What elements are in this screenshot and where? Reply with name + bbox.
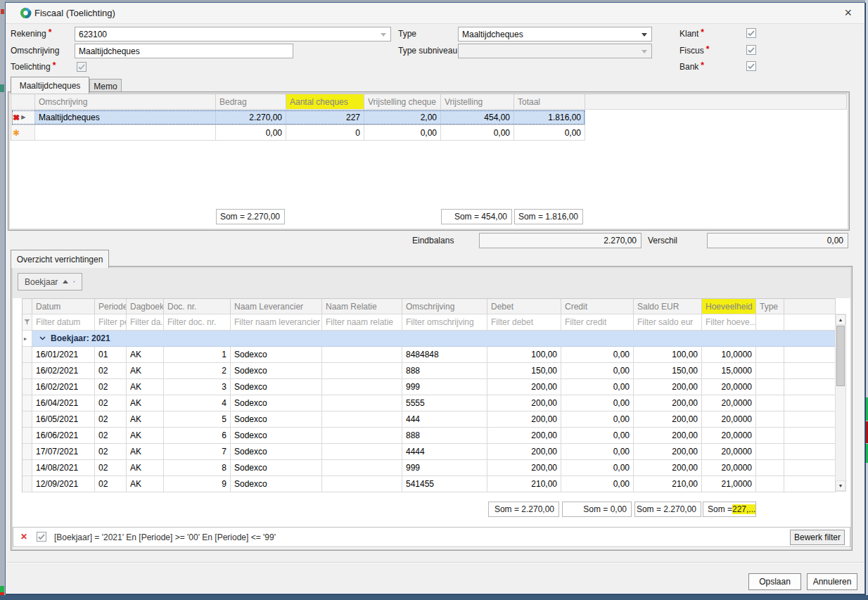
grid2-filter-cell[interactable]: Filter credit [561, 314, 634, 330]
grid2-cell[interactable]: 888 [402, 363, 487, 378]
grid2-cell[interactable] [322, 476, 402, 492]
grid2-cell[interactable]: 0,00 [561, 476, 634, 492]
grid2-cell[interactable]: Sodexco [231, 476, 322, 492]
grid2-cell[interactable]: 200,00 [487, 379, 561, 395]
vertical-scrollbar[interactable]: ▲ ▼ [835, 314, 846, 492]
grid2-filter-cell[interactable]: Filter datum [32, 314, 95, 330]
grid2-cell[interactable] [756, 379, 784, 395]
grid1-column-header[interactable]: Totaal [514, 94, 585, 109]
grid2-column-header[interactable]: Debet [487, 299, 561, 314]
grid2-filter-cell[interactable]: Filter hoeve... [702, 314, 756, 330]
grid1-cell[interactable]: 1.816,00 [514, 110, 585, 125]
grid2-cell[interactable] [322, 411, 402, 427]
grid2-cell[interactable]: 02 [95, 411, 127, 427]
grid2-cell[interactable]: Sodexco [231, 347, 322, 362]
omschrijving-input[interactable]: Maaltijdcheques [75, 44, 293, 58]
grid2-filter-cell[interactable]: Filter debet [487, 314, 561, 330]
grid2-cell[interactable]: 02 [95, 379, 127, 395]
grid1-cell[interactable]: 2,00 [364, 110, 441, 125]
grid2-filter-cell[interactable]: Filter omschrijving [402, 314, 487, 330]
grid2-cell[interactable]: Sodexco [231, 395, 322, 411]
grid1-cell[interactable]: 2.270,00 [216, 110, 286, 125]
grid2-cell[interactable]: 210,00 [487, 476, 561, 492]
table-row[interactable]: 16/04/202102AK4Sodexco5555200,000,00200,… [23, 395, 836, 411]
grid2-cell[interactable]: 200,00 [634, 428, 702, 443]
grid2-cell[interactable]: 4444 [402, 444, 487, 459]
group-row[interactable]: ▸Boekjaar: 2021 [23, 331, 836, 347]
chevron-down-icon[interactable] [39, 336, 46, 340]
grid2-cell[interactable]: 16/02/2021 [32, 379, 95, 395]
grid2-cell[interactable]: 888 [402, 428, 487, 443]
grid2-cell[interactable] [756, 395, 784, 411]
annuleren-button[interactable]: Annuleren [807, 573, 857, 590]
opslaan-button[interactable]: Opslaan [748, 573, 801, 590]
klant-checkbox[interactable] [746, 28, 756, 38]
grid1-column-header[interactable]: Vrijstelling cheque [364, 94, 441, 109]
grid2-cell[interactable]: 0,00 [561, 460, 634, 475]
grid1-cell[interactable]: 227 [286, 110, 364, 125]
grid2-cell[interactable] [322, 363, 402, 378]
table-row[interactable]: 16/05/202102AK5Sodexco444200,000,00200,0… [23, 411, 836, 428]
grid1-cell[interactable]: 0,00 [441, 125, 514, 140]
grid2-cell[interactable]: 200,00 [487, 460, 561, 475]
grid2-cell[interactable]: AK [127, 363, 164, 378]
grid2-cell[interactable]: 444 [402, 411, 487, 427]
grid2-cell[interactable] [756, 444, 784, 459]
chevron-down-icon[interactable] [381, 33, 386, 37]
grid2-cell[interactable] [756, 347, 784, 362]
grid2-cell[interactable]: 0,00 [561, 444, 634, 459]
grid2-cell[interactable]: 12/09/2021 [32, 476, 95, 492]
grid2-cell[interactable] [756, 411, 784, 427]
grid2-cell[interactable]: Sodexco [231, 411, 322, 427]
grid2-cell[interactable]: 20,0000 [702, 411, 756, 427]
grid2-cell[interactable]: AK [127, 428, 164, 443]
grid2-cell[interactable] [322, 428, 402, 443]
grid1-column-header[interactable]: Omschrijving [35, 94, 216, 109]
grid2-cell[interactable]: 02 [95, 476, 127, 492]
bank-checkbox[interactable] [746, 61, 756, 71]
grid2-cell[interactable]: 17/07/2021 [32, 444, 95, 459]
grid2-cell[interactable] [322, 347, 402, 362]
grid1-cell[interactable] [35, 125, 216, 140]
grid2-column-header[interactable]: Hoeveelheid [702, 299, 756, 314]
grid2-cell[interactable]: 20,0000 [702, 395, 756, 411]
grid1-cell[interactable]: 0,00 [514, 125, 585, 140]
table-row[interactable]: 16/02/202102AK3Sodexco999200,000,00200,0… [23, 379, 836, 395]
scroll-down-icon[interactable]: ▼ [836, 480, 845, 491]
filter-enabled-checkbox[interactable] [37, 532, 46, 542]
filter-funnel-icon[interactable] [24, 319, 30, 326]
grid2-cell[interactable]: 999 [402, 379, 487, 395]
grid2-filter-cell[interactable]: Filter doc. nr. [164, 314, 231, 330]
grid1-cell[interactable]: Maaltijdcheques [35, 110, 216, 125]
grid2-cell[interactable]: AK [127, 395, 164, 411]
grid2-cell[interactable] [322, 395, 402, 411]
grid2-filter-cell[interactable]: Filter naam relatie [322, 314, 402, 330]
grid2-cell[interactable]: 100,00 [487, 347, 561, 362]
grid2-cell[interactable]: 150,00 [634, 363, 702, 378]
grid2-cell[interactable]: 200,00 [487, 444, 561, 459]
grid2-cell[interactable]: Sodexco [231, 363, 322, 378]
grid2-cell[interactable]: 5 [164, 411, 231, 427]
grid2-cell[interactable]: 541455 [402, 476, 487, 492]
scrollbar-thumb[interactable] [836, 326, 845, 386]
grid2-cell[interactable]: 16/02/2021 [32, 363, 95, 378]
grid2-column-header[interactable]: Naam Relatie [322, 299, 402, 314]
grid2-cell[interactable]: 1 [164, 347, 231, 362]
clear-filter-icon[interactable]: ✕ [20, 532, 27, 542]
grid1-column-header[interactable]: Vrijstelling [441, 94, 514, 109]
grid2-column-header[interactable]: Dagboek [127, 299, 164, 314]
bewerk-filter-button[interactable]: Bewerk filter [790, 530, 845, 545]
grid2-cell[interactable]: 0,00 [561, 428, 634, 443]
grid2-cell[interactable]: Sodexco [231, 444, 322, 459]
grid2-cell[interactable]: AK [127, 379, 164, 395]
grid1-column-header[interactable]: Aantal cheques [286, 94, 364, 109]
grid2-column-header[interactable]: Saldo EUR [634, 299, 702, 314]
grid2-cell[interactable]: 4 [164, 395, 231, 411]
grid1-cell[interactable]: 454,00 [441, 110, 514, 125]
grid2-cell[interactable]: 20,0000 [702, 428, 756, 443]
grid2-cell[interactable]: 15,0000 [702, 363, 756, 378]
grid2-cell[interactable] [756, 460, 784, 475]
grid2-cell[interactable]: 14/08/2021 [32, 460, 95, 475]
table-row[interactable]: 16/06/202102AK6Sodexco888200,000,00200,0… [23, 428, 836, 444]
grid2-cell[interactable]: 0,00 [561, 347, 634, 362]
